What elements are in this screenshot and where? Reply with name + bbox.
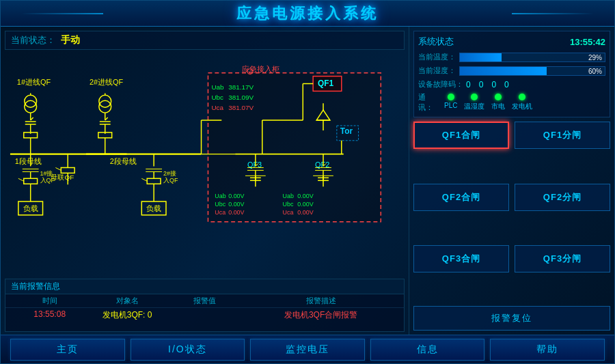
svg-text:0.00V: 0.00V bbox=[228, 201, 244, 208]
svg-line-37 bbox=[18, 178, 24, 181]
comm-dot-humidity bbox=[471, 94, 478, 100]
nav-voltage[interactable]: 监控电压 bbox=[250, 339, 365, 361]
svg-rect-28 bbox=[61, 167, 74, 173]
qf1-close-button[interactable]: QF1合闸 bbox=[413, 122, 509, 149]
sys-status-title: 系统状态 bbox=[418, 36, 454, 48]
temp-progress: 29% bbox=[459, 53, 605, 62]
svg-point-16 bbox=[99, 100, 111, 113]
svg-text:0.00V: 0.00V bbox=[228, 209, 244, 216]
alert-val bbox=[166, 309, 243, 321]
temp-value: 29% bbox=[588, 53, 602, 61]
svg-text:Uca: Uca bbox=[283, 209, 294, 216]
diagram-panel: 当前状态： 手动 1#进线QF bbox=[1, 27, 409, 335]
comm-humidity-sensor: 温湿度 bbox=[464, 94, 484, 111]
svg-text:Uab: Uab bbox=[211, 83, 224, 91]
svg-text:2#接: 2#接 bbox=[163, 170, 176, 177]
fault-val-0: 0 bbox=[466, 80, 471, 89]
svg-text:0.00V: 0.00V bbox=[297, 201, 313, 208]
svg-text:Ubc: Ubc bbox=[211, 94, 223, 101]
svg-text:381.17V: 381.17V bbox=[228, 83, 254, 91]
svg-text:381.09V: 381.09V bbox=[228, 94, 254, 101]
comm-name-humidity: 温湿度 bbox=[464, 102, 484, 111]
svg-text:1段母线: 1段母线 bbox=[15, 158, 42, 166]
comm-name-gen: 发电机 bbox=[512, 102, 532, 111]
svg-text:1#进线QF: 1#进线QF bbox=[17, 78, 51, 86]
nav-help[interactable]: 帮助 bbox=[490, 339, 605, 361]
circuit-diagram: 1#进线QF 1段母线 bbox=[5, 53, 405, 276]
control-buttons: QF1合闸 QF1分闸 QF2合闸 QF2分闸 QF3合闸 QF3分闸 bbox=[413, 122, 610, 302]
system-status: 系统状态 13:55:42 当前温度： 29% 当前湿度： 60% bbox=[413, 31, 610, 117]
qf3-close-button[interactable]: QF3合闸 bbox=[413, 245, 509, 272]
fault-val-3: 0 bbox=[504, 80, 509, 89]
svg-point-3 bbox=[25, 100, 37, 113]
comm-label: 通 讯： bbox=[418, 92, 439, 113]
humidity-label: 当前湿度： bbox=[418, 66, 459, 76]
fault-val-1: 0 bbox=[479, 80, 484, 89]
fault-values: 0 0 0 0 bbox=[466, 80, 509, 89]
svg-line-48 bbox=[141, 178, 147, 181]
alert-desc: 发电机3QF合闸报警 bbox=[243, 309, 398, 321]
svg-text:负载: 负载 bbox=[23, 204, 38, 212]
svg-text:381.07V: 381.07V bbox=[228, 104, 254, 111]
system-time: 13:55:42 bbox=[570, 37, 605, 47]
comm-name-grid: 市电 bbox=[491, 102, 505, 111]
svg-text:0.00V: 0.00V bbox=[297, 193, 313, 199]
svg-text:Uab: Uab bbox=[283, 193, 294, 199]
right-panel: 系统状态 13:55:42 当前温度： 29% 当前湿度： 60% bbox=[409, 27, 614, 335]
bottom-nav: 主页 I/O状态 监控电压 信息 帮助 bbox=[1, 335, 614, 363]
svg-text:0.00V: 0.00V bbox=[297, 209, 313, 216]
comm-plc: PLC bbox=[444, 94, 457, 111]
humidity-value: 60% bbox=[588, 67, 602, 74]
col-obj: 对象名 bbox=[88, 296, 165, 306]
qf2-open-button[interactable]: QF2分闸 bbox=[515, 184, 610, 211]
humidity-fill bbox=[460, 67, 547, 75]
svg-text:1#接: 1#接 bbox=[40, 170, 53, 177]
current-status-label: 当前状态： bbox=[11, 34, 55, 46]
svg-text:2#进线QF: 2#进线QF bbox=[90, 78, 124, 86]
nav-info[interactable]: 信息 bbox=[370, 339, 485, 361]
main-container: 应急电源接入系统 当前状态： 手动 1#进线Q bbox=[0, 0, 615, 364]
svg-text:0.00V: 0.00V bbox=[228, 193, 244, 199]
alert-time: 13:55:08 bbox=[11, 309, 88, 321]
alert-area: 当前报警信息 时间 对象名 报警值 报警描述 13:55:08 发电机3QF: … bbox=[5, 279, 405, 332]
comm-row: 通 讯： PLC 温湿度 市电 bbox=[418, 92, 605, 113]
page-title: 应急电源接入系统 bbox=[236, 3, 379, 24]
svg-text:Uca: Uca bbox=[215, 209, 226, 216]
svg-rect-47 bbox=[147, 178, 161, 184]
svg-text:Tor: Tor bbox=[340, 126, 353, 136]
current-status-value: 手动 bbox=[61, 34, 80, 46]
alert-obj: 发电机3QF: 0 bbox=[88, 309, 165, 321]
content-area: 当前状态： 手动 1#进线QF bbox=[1, 27, 614, 335]
qf1-open-button[interactable]: QF1分闸 bbox=[515, 122, 610, 149]
comm-dot-plc bbox=[448, 94, 454, 100]
humidity-row: 当前湿度： 60% bbox=[418, 66, 605, 76]
svg-rect-36 bbox=[24, 178, 38, 184]
alarm-reset-button[interactable]: 报警复位 bbox=[413, 306, 610, 331]
alert-columns: 时间 对象名 报警值 报警描述 bbox=[5, 294, 404, 308]
alert-header: 当前报警信息 bbox=[5, 279, 404, 294]
col-time: 时间 bbox=[11, 296, 88, 306]
fault-label: 设备故障码： bbox=[418, 79, 466, 89]
temp-fill bbox=[460, 53, 502, 61]
svg-point-2 bbox=[25, 95, 37, 107]
svg-text:QF1: QF1 bbox=[318, 79, 333, 88]
fault-row: 设备故障码： 0 0 0 0 bbox=[418, 79, 605, 89]
comm-grid: 市电 bbox=[491, 94, 505, 111]
nav-io[interactable]: I/O状态 bbox=[131, 339, 245, 361]
svg-line-29 bbox=[55, 167, 61, 170]
temp-row: 当前温度： 29% bbox=[418, 52, 605, 62]
svg-text:入QF: 入QF bbox=[163, 177, 178, 184]
comm-dot-grid bbox=[495, 94, 502, 100]
temp-label: 当前温度： bbox=[418, 52, 459, 62]
sys-status-header: 系统状态 13:55:42 bbox=[418, 36, 605, 48]
title-bar: 应急电源接入系统 bbox=[1, 1, 614, 27]
comm-items: PLC 温湿度 市电 发电机 bbox=[444, 94, 532, 111]
svg-text:Ubc: Ubc bbox=[283, 201, 294, 208]
svg-text:负载: 负载 bbox=[146, 204, 161, 212]
qf3-open-button[interactable]: QF3分闸 bbox=[515, 245, 610, 272]
status-bar: 当前状态： 手动 bbox=[5, 31, 405, 50]
fault-val-2: 0 bbox=[491, 80, 496, 89]
qf2-close-button[interactable]: QF2合闸 bbox=[413, 184, 509, 211]
nav-home[interactable]: 主页 bbox=[10, 339, 125, 361]
svg-text:Uca: Uca bbox=[211, 104, 223, 111]
